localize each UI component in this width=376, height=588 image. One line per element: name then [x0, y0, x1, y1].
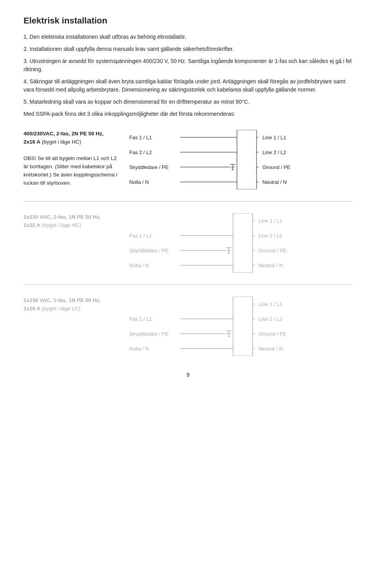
paragraph-6: Med SSPA-pack finns det 3 olika inkoppli…: [24, 110, 352, 118]
right-label-1: Line 2 / L2: [258, 311, 298, 326]
right-label-3: Neutral / N: [262, 174, 302, 189]
wiring-block-block3: 1x230 VAC, 1-fas, 1N PE 50 Hz,1x16 A (by…: [24, 297, 352, 356]
wiring-title-normal: (bygel i läge LC): [40, 306, 80, 311]
page-number: 9: [24, 372, 352, 378]
right-label-0: Line 1 / L1: [262, 130, 302, 145]
divider-1: [24, 284, 352, 285]
wiring-block-block2: 1x230 VAC, 1-fas, 1N PE 50 Hz,1x32 A (by…: [24, 213, 352, 273]
paragraph-2: 2. Installationen skall uppfylla denna m…: [24, 45, 352, 53]
wiring-svg-23: [180, 297, 255, 356]
left-label-1: Fas 2 / L2: [129, 145, 180, 160]
page-title: Elektrisk installation: [24, 16, 352, 26]
left-label-2: Nolla / N: [129, 258, 180, 273]
left-label-0: Fas 1 / L1: [129, 311, 180, 326]
right-label-3: Neutral / N: [258, 258, 298, 273]
divider-0: [24, 201, 352, 201]
wiring-title-normal: (bygel i läge HC): [40, 222, 81, 228]
wiring-svg: [180, 130, 258, 189]
paragraph-3: 3. Utrustningen är avsedd för systemspän…: [24, 57, 352, 74]
wiring-block-block1: 400/230VAC, 2-fas, 2N PE 50 Hz,2x16 A (b…: [24, 130, 352, 189]
right-label-0: Line 1 / L1: [258, 213, 298, 228]
svg-rect-35: [233, 297, 253, 356]
svg-rect-22: [233, 213, 253, 273]
right-label-2: Ground / PE: [262, 160, 302, 174]
wiring-diagram-block2: Fas 1 / L1Skyddledare / PENolla / NLine …: [129, 213, 352, 273]
left-label-2: Skyddledare / PE: [129, 160, 180, 174]
wiring-title-bold2: 1x16 A: [24, 306, 40, 311]
wiring-title-bold2: 2x16 A: [24, 139, 40, 145]
left-label-0: Fas 1 / L1: [129, 130, 180, 145]
right-label-1: Line 2 / L2: [262, 145, 302, 160]
left-label-1: Skyddledare / PE: [129, 326, 180, 341]
left-label-1: Skyddledare / PE: [129, 243, 180, 258]
wiring-obs: OBS! Se till att bygeln mellan L1 och L2…: [24, 155, 117, 186]
wiring-diagram-block1: Fas 1 / L1Fas 2 / L2Skyddledare / PENoll…: [129, 130, 352, 189]
left-label-2: Nolla / N: [129, 341, 180, 356]
wiring-title-bold2: 1x32 A: [24, 222, 40, 228]
wiring-title-normal: (bygel i läge HC): [40, 139, 81, 145]
wiring-left-block3: 1x230 VAC, 1-fas, 1N PE 50 Hz,1x16 A (by…: [24, 297, 129, 313]
paragraph-1: 1. Den elektriska installationen skall u…: [24, 33, 352, 41]
paragraph-4: 4. Säkringar till anläggningen skall äve…: [24, 77, 352, 94]
wiring-svg-23: [180, 213, 255, 273]
svg-rect-9: [237, 130, 257, 189]
right-label-1: Line 2 / L2: [258, 228, 298, 243]
wiring-left-block1: 400/230VAC, 2-fas, 2N PE 50 Hz,2x16 A (b…: [24, 130, 129, 187]
right-label-2: Ground / PE: [258, 326, 298, 341]
left-label-0: Fas 1 / L1: [129, 228, 180, 243]
right-label-0: Line 1 / L1: [258, 297, 298, 311]
paragraph-5: 5. Matarledning skall vara av koppar och…: [24, 98, 352, 106]
right-label-2: Ground / PE: [258, 243, 298, 258]
wiring-diagram-block3: Fas 1 / L1Skyddledare / PENolla / NLine …: [129, 297, 352, 356]
left-label-3: Nolla / N: [129, 174, 180, 189]
wiring-left-block2: 1x230 VAC, 1-fas, 1N PE 50 Hz,1x32 A (by…: [24, 213, 129, 230]
right-label-3: Neutral / N: [258, 341, 298, 356]
